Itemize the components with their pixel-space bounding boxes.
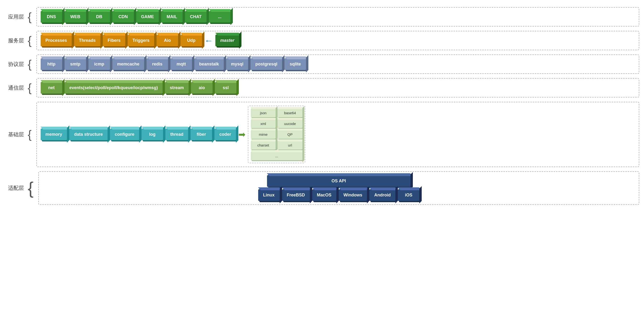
brace-protocol: { — [28, 58, 32, 70]
block-mysql: mysql — [226, 58, 248, 70]
layer-content-base: memory data structure configure log thre… — [36, 102, 639, 167]
block-configure: configure — [110, 128, 139, 140]
adapt-osapi-row: OS API — [267, 175, 410, 187]
layer-content-app: DNS WEB DB CDN GAME MAIL CHAT ... — [36, 7, 639, 26]
block-master: master — [216, 35, 239, 46]
block-json: json — [251, 108, 276, 117]
layer-row-protocol: 协议层 { http smtp icmp memcache redis mqtt… — [5, 54, 639, 74]
layer-row-app: 应用层 { DNS WEB DB CDN GAME MAIL CHAT ... — [5, 7, 639, 26]
block-icmp: icmp — [88, 58, 110, 70]
brace-app: { — [28, 11, 32, 23]
block-db: DB — [88, 11, 110, 23]
block-qp: QP — [278, 130, 302, 139]
block-app-more: ... — [209, 11, 230, 23]
architecture-diagram: 应用层 { DNS WEB DB CDN GAME MAIL CHAT ... … — [5, 7, 639, 205]
block-stream: stream — [165, 82, 188, 94]
block-udp: Udp — [180, 35, 202, 46]
block-net: net — [41, 82, 62, 94]
layer-label-protocol: 协议层 — [5, 61, 24, 68]
layer-content-comm: net events(select/poll/epoll/kqueue/iocp… — [36, 78, 639, 98]
block-aio-comm: aio — [191, 82, 212, 94]
block-memory: memory — [41, 128, 67, 140]
block-freebsd: FreeBSD — [282, 189, 310, 201]
block-threads: Threads — [74, 35, 100, 46]
layer-label-comm: 通信层 — [5, 84, 24, 92]
block-mime: mime — [251, 130, 276, 139]
layer-label-service: 服务层 — [5, 37, 24, 44]
block-memcache: memcache — [112, 58, 144, 70]
layer-content-adapt: OS API Linux FreeBSD MacOS Windows Andro… — [38, 171, 639, 205]
block-cdn: CDN — [112, 11, 134, 23]
block-web: WEB — [64, 11, 86, 23]
block-beanstalk: beanstalk — [194, 58, 224, 70]
block-data-structure: data structure — [69, 128, 108, 140]
block-postgresql: postgresql — [250, 58, 282, 70]
layer-row-adapt: 适配层 { OS API Linux FreeBSD MacOS Windows… — [5, 171, 639, 205]
block-android: Android — [369, 189, 396, 201]
adapt-os-row: Linux FreeBSD MacOS Windows Android iOS — [258, 189, 420, 201]
layer-content-service: Processes Threads Fibers Triggers Aio Ud… — [36, 31, 639, 50]
block-ssl: ssl — [215, 82, 236, 94]
block-sqlite: sqlite — [284, 58, 306, 70]
block-fibers: Fibers — [103, 35, 125, 46]
layer-content-protocol: http smtp icmp memcache redis mqtt beans… — [36, 54, 639, 74]
block-linux: Linux — [258, 189, 280, 201]
block-url: url — [278, 141, 302, 150]
arrow-coder: ➡ — [238, 130, 246, 140]
arrow-master: ← — [204, 36, 213, 46]
block-game: GAME — [136, 11, 159, 23]
block-thread: thread — [166, 128, 188, 140]
layer-label-adapt: 适配层 — [5, 184, 24, 192]
block-dns: DNS — [41, 11, 62, 23]
block-macos: MacOS — [312, 189, 336, 201]
block-http: http — [41, 58, 62, 70]
block-mail: MAIL — [161, 11, 183, 23]
block-chat: CHAT — [185, 11, 206, 23]
block-smtp: smtp — [64, 58, 86, 70]
block-triggers: Triggers — [128, 35, 154, 46]
block-osapi: OS API — [267, 175, 410, 187]
block-charset: charset — [251, 141, 276, 150]
layer-row-service: 服务层 { Processes Threads Fibers Triggers … — [5, 31, 639, 50]
layer-label-app: 应用层 — [5, 14, 24, 20]
block-log: log — [142, 128, 163, 140]
block-mqtt: mqtt — [170, 58, 192, 70]
block-ios: iOS — [398, 189, 419, 201]
block-windows: Windows — [339, 189, 367, 201]
block-events: events(select/poll/epoll/kqueue/iocp/wms… — [64, 82, 162, 94]
block-fiber: fiber — [190, 128, 212, 140]
block-base64: base64 — [278, 108, 302, 117]
brace-comm: { — [28, 82, 32, 94]
block-processes: Processes — [41, 35, 72, 46]
brace-adapt: { — [28, 180, 34, 197]
block-xml: xml — [251, 119, 276, 128]
block-uucode: uucode — [278, 119, 302, 128]
block-aio: Aio — [156, 35, 178, 46]
layer-label-base: 基础层 — [5, 131, 24, 138]
block-coder-more: ... — [251, 152, 302, 160]
block-coder: coder — [214, 128, 236, 140]
brace-service: { — [28, 35, 32, 46]
layer-row-base: 基础层 { memory data structure configure lo… — [5, 102, 639, 167]
brace-base: { — [28, 129, 32, 140]
block-redis: redis — [146, 58, 168, 70]
coder-panel: json base64 xml uucode mime QP charset u… — [248, 106, 305, 163]
layer-row-comm: 通信层 { net events(select/poll/epoll/kqueu… — [5, 78, 639, 98]
